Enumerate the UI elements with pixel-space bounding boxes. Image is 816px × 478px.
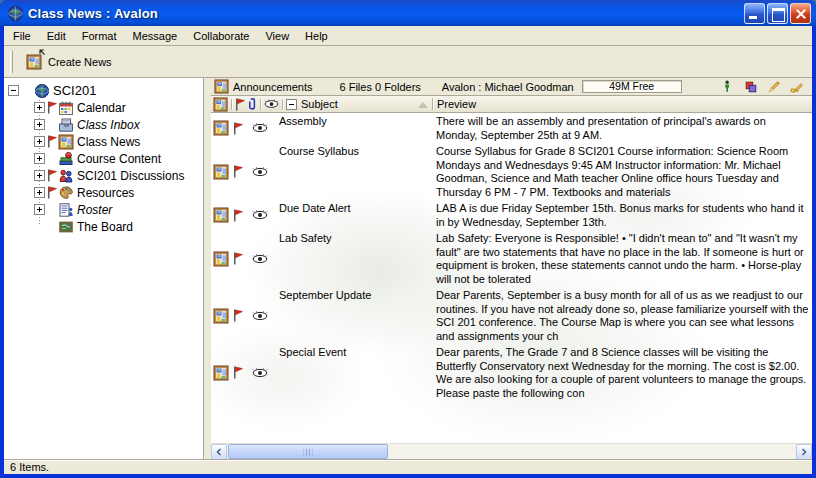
- expand-toggle-icon[interactable]: [34, 136, 45, 147]
- flag-icon: [233, 165, 243, 178]
- sort-ascending-icon[interactable]: [418, 102, 428, 108]
- message-row[interactable]: Lab Safety Lab Safety: Everyone is Respo…: [211, 230, 812, 287]
- menu-edit[interactable]: Edit: [39, 27, 74, 45]
- roster-icon: [58, 202, 74, 218]
- maximize-button[interactable]: [767, 3, 788, 24]
- menu-view[interactable]: View: [257, 27, 297, 45]
- tree-item-calendar[interactable]: Calendar: [34, 99, 203, 116]
- preview-column-header[interactable]: Preview: [437, 98, 476, 110]
- message-preview: There will be an assembly and presentati…: [436, 113, 812, 143]
- message-subject: Lab Safety: [279, 230, 436, 287]
- tree-item-roster[interactable]: Roster: [34, 201, 203, 218]
- expand-toggle-icon[interactable]: [34, 119, 45, 130]
- window-body: File Edit Format Message Collaborate Vie…: [4, 26, 812, 474]
- create-news-label: Create News: [48, 56, 112, 68]
- tree-item-the-board[interactable]: The Board: [34, 218, 203, 235]
- flag-icon: [47, 101, 57, 114]
- subject-column-header[interactable]: Subject: [301, 98, 338, 110]
- expand-toggle-icon[interactable]: [34, 187, 45, 198]
- inbox-icon: [58, 117, 74, 133]
- files-folders-count: 6 Files 0 Folders: [340, 81, 421, 93]
- scroll-right-button[interactable]: [796, 444, 812, 460]
- palette-icon: [58, 185, 74, 201]
- flag-column-icon[interactable]: [235, 98, 245, 111]
- menu-bar: File Edit Format Message Collaborate Vie…: [4, 26, 812, 46]
- tree-item-label: Resources: [77, 186, 134, 200]
- expand-toggle-icon[interactable]: [34, 204, 45, 215]
- scrollbar-track[interactable]: [227, 444, 796, 459]
- message-row[interactable]: Assembly There will be an assembly and p…: [211, 113, 812, 143]
- tree-item-sci201-discussions[interactable]: SCI201 Discussions: [34, 167, 203, 184]
- person-icon[interactable]: [721, 80, 735, 94]
- menu-file[interactable]: File: [5, 27, 39, 45]
- pencil-key-icon[interactable]: [790, 80, 804, 94]
- bulletin-board-icon: [213, 164, 229, 180]
- eye-column-icon[interactable]: [264, 99, 279, 109]
- title-bar[interactable]: Class News : Avalon: [0, 0, 816, 26]
- message-subject: Due Date Alert: [279, 200, 436, 230]
- scrollbar-thumb[interactable]: [228, 444, 388, 459]
- tree-item-label: Roster: [77, 203, 112, 217]
- chalkboard-icon: [58, 219, 74, 235]
- close-button[interactable]: [790, 3, 811, 24]
- bulletin-board-icon: [58, 134, 74, 150]
- horizontal-scrollbar[interactable]: [211, 443, 812, 459]
- menu-format[interactable]: Format: [74, 27, 125, 45]
- expand-toggle-icon[interactable]: [34, 102, 45, 113]
- app-window: Class News : Avalon File Edit Format Mes…: [0, 0, 816, 478]
- item-count: 6 Items.: [10, 461, 49, 473]
- message-subject: Course Syllabus: [279, 143, 436, 200]
- panel-splitter[interactable]: [204, 78, 211, 459]
- message-row[interactable]: Course Syllabus Course Syllabus for Grad…: [211, 143, 812, 200]
- message-preview: LAB A is due Friday September 15th. Bonu…: [436, 200, 812, 230]
- column-header: Subject Preview: [211, 96, 812, 113]
- eye-icon: [252, 311, 268, 321]
- tree-item-class-news[interactable]: Class News: [34, 133, 203, 150]
- collapse-all-icon[interactable]: [286, 99, 297, 110]
- toolbar-gripper[interactable]: [10, 51, 13, 73]
- tree-item-sci201[interactable]: SCI201: [6, 82, 203, 99]
- flag-icon: [233, 209, 243, 222]
- pencil-icon[interactable]: [767, 80, 781, 94]
- status-bar: 6 Items.: [4, 459, 812, 474]
- flag-icon: [233, 252, 243, 265]
- menu-message[interactable]: Message: [125, 27, 186, 45]
- bulletin-board-icon: [213, 251, 229, 267]
- expand-toggle-icon[interactable]: [34, 170, 45, 181]
- column-resize-handle[interactable]: [432, 98, 433, 110]
- message-row[interactable]: Due Date Alert LAB A is due Friday Septe…: [211, 200, 812, 230]
- flag-icon: [47, 186, 57, 199]
- message-row[interactable]: Special Event Dear parents, The Grade 7 …: [211, 344, 812, 401]
- folder-tree: SCI201 Calendar Class Inbox: [4, 78, 204, 459]
- calendar-icon: [58, 100, 74, 116]
- attachment-column-icon[interactable]: [247, 97, 257, 111]
- tree-item-label: Course Content: [77, 152, 161, 166]
- scroll-left-button[interactable]: [211, 444, 227, 460]
- layers-icon[interactable]: [744, 80, 758, 94]
- tree-item-label: Class News: [77, 135, 140, 149]
- menu-collaborate[interactable]: Collaborate: [185, 27, 257, 45]
- create-news-button[interactable]: Create News: [19, 51, 119, 73]
- eye-icon: [252, 254, 268, 264]
- expand-toggle-icon[interactable]: [34, 153, 45, 164]
- message-preview: Dear Parents, September is a busy month …: [436, 287, 812, 344]
- menu-help[interactable]: Help: [297, 27, 336, 45]
- minimize-button[interactable]: [744, 3, 765, 24]
- bulletin-board-icon: [213, 308, 229, 324]
- tree-item-label: SCI201: [53, 83, 96, 98]
- message-subject: Assembly: [279, 113, 436, 143]
- flag-icon: [233, 366, 243, 379]
- tree-item-label: The Board: [77, 220, 133, 234]
- eye-icon: [252, 123, 268, 133]
- toolbar: Create News: [4, 46, 812, 78]
- collapse-toggle-icon[interactable]: [8, 85, 19, 96]
- eye-icon: [252, 210, 268, 220]
- item-type-column-icon[interactable]: [213, 97, 228, 112]
- message-preview: Course Syllabus for Grade 8 SCI201 Cours…: [436, 143, 812, 200]
- tree-item-course-content[interactable]: Course Content: [34, 150, 203, 167]
- chevron-left-icon: [215, 448, 223, 456]
- message-row[interactable]: September Update Dear Parents, September…: [211, 287, 812, 344]
- tree-item-class-inbox[interactable]: Class Inbox: [34, 116, 203, 133]
- message-list: Assembly There will be an assembly and p…: [211, 113, 812, 443]
- tree-item-resources[interactable]: Resources: [34, 184, 203, 201]
